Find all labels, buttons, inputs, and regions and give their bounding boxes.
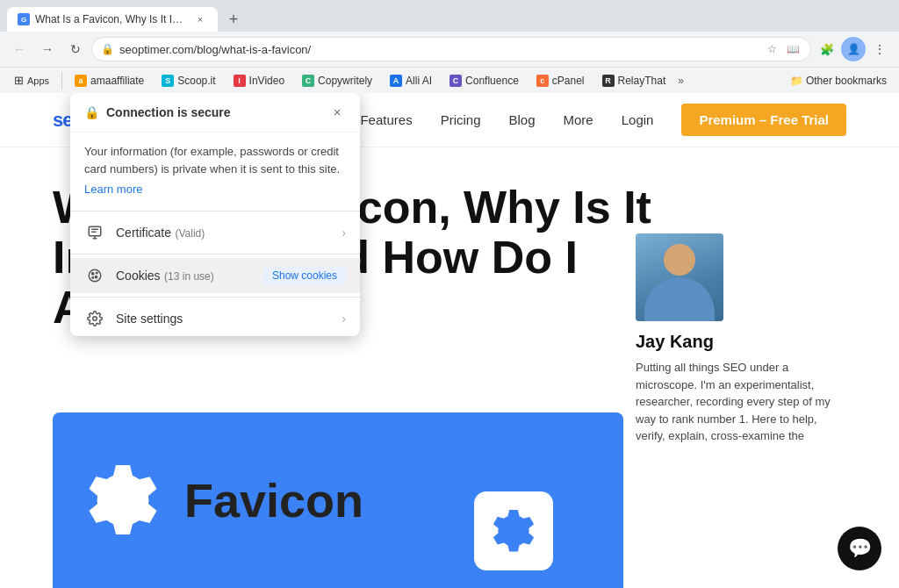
- popup-title: Connection is secure: [106, 105, 321, 119]
- svg-point-3: [97, 272, 98, 274]
- popup-divider-2: [70, 254, 360, 255]
- copywritely-favicon: C: [302, 75, 314, 87]
- popup-close-button[interactable]: ×: [328, 104, 346, 121]
- bookmark-amaaffiliate-label: amaaffiliate: [90, 75, 144, 87]
- popup-site-settings-item[interactable]: Site settings ›: [70, 301, 360, 336]
- tab-favicon: G: [18, 13, 30, 25]
- tab-title: What Is a Favicon, Why Is It Imp...: [35, 13, 188, 25]
- cookies-text: Cookies (13 in use): [116, 268, 253, 283]
- profile-icon[interactable]: 👤: [841, 37, 866, 61]
- bookmark-invideo-label: InVideo: [249, 75, 284, 87]
- relaythat-favicon: R: [602, 75, 615, 87]
- page-content: seoptimer Features Pricing Blog More Log…: [0, 93, 899, 588]
- bookmark-relaythat[interactable]: R RelayThat: [595, 73, 673, 89]
- show-cookies-button[interactable]: Show cookies: [263, 266, 346, 285]
- bookmarks-bar: ⊞ Apps a amaaffiliate S Scoop.it I InVid…: [0, 67, 899, 93]
- nav-blog[interactable]: Blog: [509, 112, 536, 127]
- nav-pricing[interactable]: Pricing: [441, 112, 481, 127]
- popup-header: 🔒 Connection is secure ×: [70, 93, 360, 133]
- address-bar[interactable]: 🔒 seoptimer.com/blog/what-is-a-favicon/ …: [91, 37, 811, 61]
- tab-close-button[interactable]: ×: [193, 12, 207, 26]
- author-name: Jay Kang: [636, 332, 846, 352]
- svg-point-2: [92, 273, 94, 275]
- active-tab[interactable]: G What Is a Favicon, Why Is It Imp... ×: [7, 7, 218, 32]
- certificate-label: Certificate: [116, 226, 171, 240]
- popup-cookies-item[interactable]: Cookies (13 in use) Show cookies: [70, 258, 360, 293]
- security-lock-icon: 🔒: [101, 43, 114, 55]
- forward-button[interactable]: →: [35, 37, 60, 61]
- popup-divider-1: [70, 211, 360, 212]
- author-section: Jay Kang Putting all things SEO under a …: [636, 233, 846, 445]
- chat-widget-button[interactable]: 💬: [838, 527, 881, 570]
- site-nav-links: Features Pricing Blog More Login Premium…: [360, 104, 846, 136]
- favicon-illustration-area: Favicon: [53, 412, 623, 588]
- favicon-white-card: [474, 491, 553, 570]
- svg-point-6: [93, 317, 97, 321]
- extensions-icon[interactable]: 🧩: [815, 37, 839, 61]
- svg-point-4: [95, 276, 97, 277]
- popup-lock-icon: 🔒: [84, 105, 99, 119]
- favicon-card-gear: [487, 505, 540, 557]
- site-settings-gear-icon: [84, 308, 105, 329]
- apps-grid-icon: ⊞: [14, 74, 24, 87]
- bookmark-other-label: Other bookmarks: [806, 75, 887, 87]
- popup-body: Your information (for example, passwords…: [70, 133, 360, 207]
- nav-premium-button[interactable]: Premium – Free Trial: [681, 104, 846, 136]
- site-settings-label: Site settings: [116, 312, 331, 326]
- bookmark-confluence[interactable]: C Confluence: [442, 73, 526, 89]
- browser-chrome: G What Is a Favicon, Why Is It Imp... × …: [0, 0, 899, 93]
- bookmark-cpanel-label: cPanel: [552, 75, 585, 87]
- bookmark-relaythat-label: RelayThat: [618, 75, 666, 87]
- menu-icon[interactable]: ⋮: [867, 37, 892, 61]
- bookmark-divider: [61, 73, 62, 89]
- refresh-button[interactable]: ↻: [63, 37, 88, 61]
- invideo-favicon: I: [234, 75, 246, 87]
- author-bio: Putting all things SEO under a microscop…: [636, 359, 846, 445]
- bookmark-amaaffiliate[interactable]: a amaaffiliate: [68, 73, 151, 89]
- nav-more[interactable]: More: [564, 112, 593, 127]
- bookmark-overflow[interactable]: »: [678, 75, 684, 87]
- author-photo: [636, 233, 723, 321]
- bookmark-copywritely[interactable]: C Copywritely: [295, 73, 379, 89]
- popup-learn-more-link[interactable]: Learn more: [84, 183, 142, 196]
- certificate-text: Certificate (Valid): [116, 225, 331, 240]
- reading-mode-icon[interactable]: 📖: [784, 40, 802, 58]
- scoopit-favicon: S: [162, 75, 174, 87]
- amaaffiliate-favicon: a: [75, 75, 87, 87]
- certificate-arrow-icon: ›: [342, 226, 346, 240]
- bookmark-invideo[interactable]: I InVideo: [227, 73, 291, 89]
- cpanel-favicon: c: [536, 75, 549, 87]
- nav-features[interactable]: Features: [360, 112, 412, 127]
- cookies-label: Cookies: [116, 269, 161, 283]
- new-tab-button[interactable]: +: [221, 7, 246, 32]
- nav-bar: ← → ↻ 🔒 seoptimer.com/blog/what-is-a-fav…: [0, 32, 899, 67]
- back-button[interactable]: ←: [7, 37, 32, 61]
- bookmark-apps[interactable]: ⊞ Apps: [7, 72, 56, 89]
- alliai-favicon: A: [390, 75, 402, 87]
- cookies-icon: [84, 265, 105, 286]
- nav-login[interactable]: Login: [622, 112, 654, 127]
- address-bar-icons: ☆ 📖: [763, 40, 802, 58]
- bookmark-cpanel[interactable]: c cPanel: [529, 73, 592, 89]
- cookies-sub: (13 in use): [164, 270, 214, 283]
- site-settings-arrow-icon: ›: [342, 312, 346, 326]
- bookmark-alliai[interactable]: A Alli AI: [383, 73, 439, 89]
- toolbar-icons: 🧩 👤 ⋮: [815, 37, 892, 61]
- url-text: seoptimer.com/blog/what-is-a-favicon/: [119, 43, 758, 56]
- bookmark-star-icon[interactable]: ☆: [763, 40, 780, 58]
- folder-icon: 📁: [790, 75, 803, 87]
- popup-certificate-item[interactable]: Certificate (Valid) ›: [70, 215, 360, 250]
- bookmark-scoopit[interactable]: S Scoop.it: [155, 73, 222, 89]
- tab-bar: G What Is a Favicon, Why Is It Imp... × …: [0, 0, 899, 32]
- certificate-icon: [84, 222, 105, 243]
- bookmark-copywritely-label: Copywritely: [318, 75, 372, 87]
- popup-description: Your information (for example, passwords…: [84, 143, 346, 177]
- confluence-favicon: C: [450, 75, 462, 87]
- bookmark-alliai-label: Alli AI: [406, 75, 432, 87]
- bookmark-apps-label: Apps: [27, 75, 49, 86]
- bookmark-other-folder[interactable]: 📁 Other bookmarks: [785, 73, 892, 89]
- popup-divider-3: [70, 297, 360, 298]
- svg-point-5: [92, 277, 94, 279]
- favicon-gear-svg: [79, 456, 167, 544]
- certificate-sub: (Valid): [175, 227, 205, 240]
